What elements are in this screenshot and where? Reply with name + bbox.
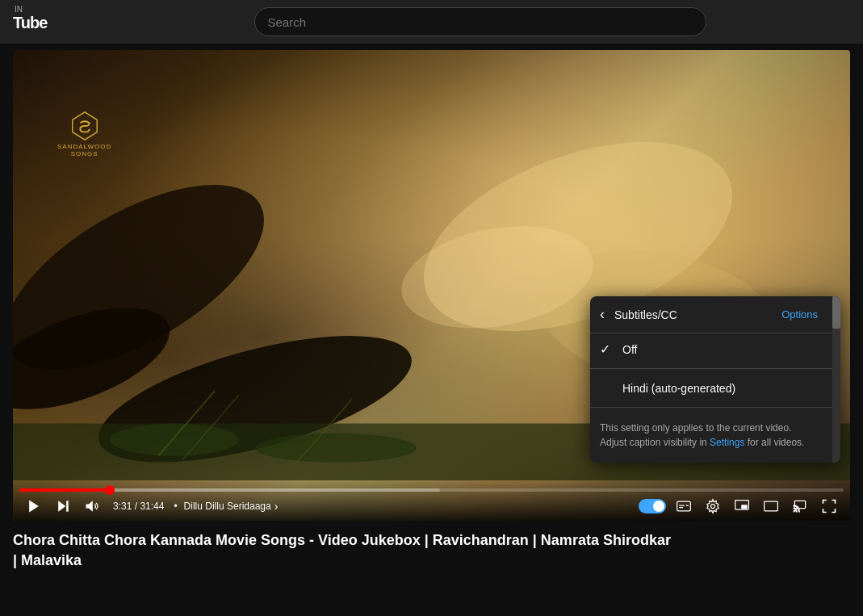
- search-input-wrap[interactable]: [254, 7, 706, 36]
- controls-bar: 3:31 / 31:44 • Dillu Dillu Seridaaga ›: [13, 479, 850, 521]
- subtitle-option-hindi[interactable]: ✓ Hindi (auto-generated): [590, 372, 840, 404]
- settings-button[interactable]: [702, 495, 724, 518]
- video-title: Chora Chitta Chora Kannada Movie Songs -…: [13, 530, 850, 571]
- time-display: 3:31 / 31:44: [113, 501, 164, 512]
- miniplayer-icon: [734, 498, 750, 514]
- watermark-text: SANDALWOODSONGS: [57, 143, 111, 157]
- options-link[interactable]: Options: [781, 308, 818, 321]
- svg-marker-14: [58, 501, 65, 511]
- svg-rect-17: [677, 501, 691, 511]
- panel-header: ‹ Subtitles/CC Options: [590, 296, 840, 333]
- svg-point-7: [110, 424, 239, 456]
- subtitles-icon: [676, 498, 692, 514]
- progress-track[interactable]: [19, 488, 844, 492]
- play-icon: [26, 498, 42, 514]
- check-icon: ✓: [600, 342, 619, 357]
- svg-point-8: [255, 434, 417, 463]
- svg-rect-15: [66, 501, 69, 511]
- scrollbar-thumb[interactable]: [832, 296, 840, 329]
- settings-link[interactable]: Settings: [710, 437, 744, 448]
- volume-button[interactable]: [81, 495, 103, 518]
- video-title-line2: | Malavika: [13, 552, 82, 568]
- svg-rect-23: [741, 505, 748, 509]
- video-title-line1: Chora Chitta Chora Kannada Movie Songs -…: [13, 532, 671, 548]
- header: IN Tube: [0, 0, 863, 44]
- svg-marker-16: [86, 501, 93, 511]
- progress-buffer: [110, 488, 439, 492]
- channel-watermark: SANDALWOODSONGS: [57, 111, 111, 157]
- panel-note: This setting only applies to the current…: [590, 411, 840, 463]
- next-button[interactable]: [52, 495, 74, 518]
- cast-icon: [792, 498, 808, 514]
- progress-fill: [19, 488, 110, 492]
- panel-divider-2: [590, 407, 840, 408]
- subtitle-off-label: Off: [622, 343, 637, 356]
- subtitles-button[interactable]: [672, 495, 695, 518]
- svg-point-21: [711, 505, 715, 509]
- video-section: SANDALWOODSONGS ‹ Subtitles/CC Options ✓…: [0, 50, 863, 521]
- youtube-logo: Tube: [13, 14, 47, 32]
- time-total: 31:44: [140, 501, 164, 512]
- progress-bar-wrap: [13, 488, 850, 492]
- search-input[interactable]: [268, 15, 693, 29]
- video-player[interactable]: SANDALWOODSONGS ‹ Subtitles/CC Options ✓…: [13, 50, 850, 521]
- subtitles-toggle[interactable]: [639, 499, 666, 513]
- logo-country: IN: [15, 5, 23, 14]
- subtitle-option-off[interactable]: ✓ Off: [590, 333, 840, 365]
- controls-row: 3:31 / 31:44 • Dillu Dillu Seridaaga ›: [13, 495, 850, 518]
- toggle-thumb: [653, 501, 664, 512]
- panel-divider: [590, 368, 840, 369]
- svg-rect-24: [765, 501, 778, 511]
- theater-icon: [763, 498, 779, 514]
- video-title-text: Chora Chitta Chora Kannada Movie Songs -…: [13, 532, 671, 568]
- next-icon: [55, 498, 71, 514]
- note-suffix: for all videos.: [744, 437, 804, 448]
- logo-area: IN Tube: [13, 11, 110, 32]
- chapter-label: Dillu Dillu Seridaaga ›: [184, 500, 279, 513]
- subtitle-hindi-label: Hindi (auto-generated): [622, 382, 735, 395]
- chapter-text: Dillu Dillu Seridaaga: [184, 501, 271, 512]
- progress-thumb: [105, 485, 115, 495]
- search-bar: [110, 7, 850, 36]
- cast-button[interactable]: [789, 495, 811, 518]
- time-current: 3:31: [113, 501, 132, 512]
- subtitles-panel: ‹ Subtitles/CC Options ✓ Off ✓ Hindi (au…: [590, 296, 840, 463]
- dot-separator: •: [174, 501, 177, 512]
- theater-button[interactable]: [760, 495, 782, 518]
- video-info: Chora Chitta Chora Kannada Movie Songs -…: [0, 521, 863, 574]
- volume-icon: [84, 498, 100, 514]
- chapter-chevron: ›: [274, 500, 279, 513]
- miniplayer-button[interactable]: [731, 495, 753, 518]
- play-button[interactable]: [23, 495, 45, 518]
- fullscreen-icon: [821, 498, 837, 514]
- panel-title: Subtitles/CC: [614, 308, 781, 321]
- back-button[interactable]: ‹: [600, 306, 605, 323]
- svg-marker-13: [29, 501, 39, 513]
- settings-icon: [705, 498, 721, 514]
- fullscreen-button[interactable]: [818, 495, 840, 518]
